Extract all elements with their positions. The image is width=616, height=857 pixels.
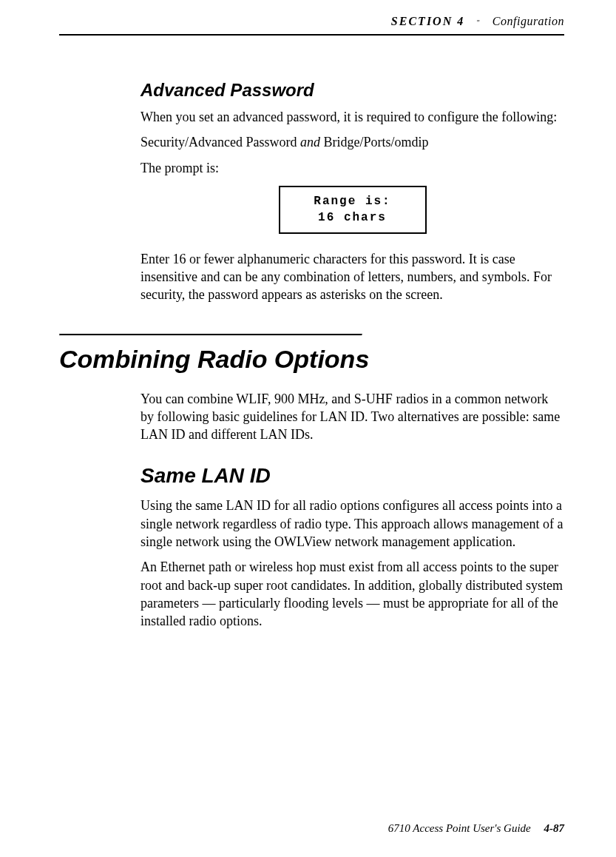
para-ap-3: The prompt is:	[141, 159, 564, 177]
prompt-line-1: Range is:	[289, 193, 416, 209]
para-ap-4: Enter 16 or fewer alphanumeric character…	[141, 250, 564, 304]
heading-advanced-password: Advanced Password	[141, 80, 564, 101]
para-ap-2: Security/Advanced Password and Bridge/Po…	[141, 133, 564, 151]
header-section: SECTION 4	[391, 15, 464, 27]
para-cro-1: You can combine WLIF, 900 MHz, and S-UHF…	[141, 390, 564, 444]
para-slid-1: Using the same LAN ID for all radio opti…	[141, 497, 564, 551]
prompt-line-2: 16 chars	[289, 209, 416, 226]
para-ap-2-pre: Security/Advanced Password	[141, 135, 300, 149]
section-divider	[59, 334, 362, 336]
page-footer: 6710 Access Point User's Guide 4-87	[388, 822, 564, 835]
heading-combining-radio-options: Combining Radio Options	[59, 345, 564, 374]
para-ap-2-post: Bridge/Ports/omdip	[320, 135, 429, 149]
prompt-box: Range is: 16 chars	[279, 186, 427, 234]
para-ap-1: When you set an advanced password, it is…	[141, 108, 564, 126]
footer-page-number: 4-87	[544, 822, 565, 834]
heading-same-lan-id: Same LAN ID	[141, 464, 564, 488]
para-ap-2-italic: and	[300, 135, 320, 149]
header-separator: "	[477, 19, 481, 27]
page-header: SECTION 4 " Configuration	[59, 15, 564, 36]
para-slid-2: An Ethernet path or wireless hop must ex…	[141, 558, 564, 630]
footer-guide: 6710 Access Point User's Guide	[388, 822, 531, 834]
header-title: Configuration	[493, 15, 564, 27]
